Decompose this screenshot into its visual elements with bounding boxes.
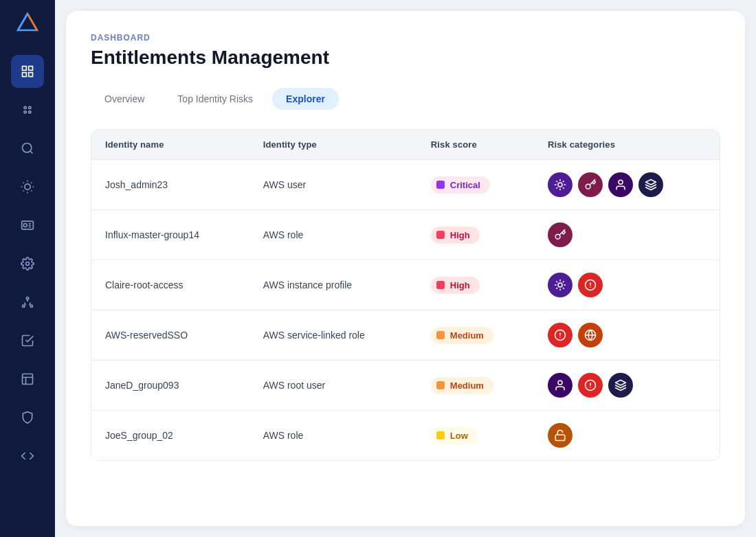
risk-label: High <box>450 280 470 290</box>
identity-name-cell: AWS-reservedSSO <box>91 310 249 361</box>
svg-point-8 <box>23 144 32 152</box>
main-content: DASHBOARD Entitlements Management Overvi… <box>55 0 756 537</box>
sidebar-item-network[interactable] <box>11 286 44 319</box>
sidebar <box>0 0 55 537</box>
key-icon <box>578 172 603 197</box>
sidebar-item-idcard[interactable] <box>11 209 44 242</box>
table-row[interactable]: Claire-root-accessAWS instance profileHi… <box>91 260 720 310</box>
sidebar-item-tasks[interactable] <box>11 324 44 357</box>
risk-badge: Low <box>431 427 478 444</box>
col-risk-categories: Risk categories <box>534 130 720 160</box>
identity-name-cell: Josh_admin23 <box>91 160 249 210</box>
person-icon <box>608 172 633 197</box>
layers-icon <box>638 172 663 197</box>
risk-score-cell: Medium <box>417 361 534 411</box>
svg-point-20 <box>26 262 30 266</box>
logo <box>15 11 40 38</box>
person-icon <box>548 373 572 398</box>
svg-line-12 <box>23 183 24 183</box>
tab-explorer[interactable]: Explorer <box>272 88 339 110</box>
alert-circle-icon <box>578 273 603 297</box>
layers-icon <box>608 373 633 398</box>
svg-point-25 <box>558 183 562 187</box>
svg-rect-0 <box>23 67 27 71</box>
col-identity-name: Identity name <box>91 130 249 160</box>
risk-categories-cell <box>534 411 720 461</box>
identity-type-cell: AWS root user <box>249 361 417 411</box>
tab-top-identity-risks[interactable]: Top Identity Risks <box>164 88 267 110</box>
tabs-container: Overview Top Identity Risks Explorer <box>91 88 720 110</box>
sidebar-item-code[interactable] <box>11 439 44 472</box>
risk-categories-cell <box>534 160 720 210</box>
svg-line-42 <box>563 288 564 288</box>
svg-rect-60 <box>555 435 565 440</box>
svg-point-5 <box>29 106 31 108</box>
risk-badge: High <box>431 277 480 294</box>
alert-circle-icon <box>578 373 603 398</box>
table-row[interactable]: JaneD_group093AWS root userMedium <box>91 361 720 411</box>
risk-categories-cell <box>534 210 720 260</box>
svg-point-22 <box>23 305 25 307</box>
sidebar-item-settings[interactable] <box>11 247 44 280</box>
risk-dot <box>436 181 445 189</box>
svg-line-16 <box>23 190 24 191</box>
svg-line-13 <box>31 190 32 191</box>
svg-marker-59 <box>616 380 626 386</box>
risk-categories-cell <box>534 260 720 310</box>
col-risk-score: Risk score <box>417 130 534 160</box>
risk-score-cell: Medium <box>417 310 534 361</box>
identity-type-cell: AWS role <box>249 210 417 260</box>
risk-dot <box>436 281 445 289</box>
svg-line-41 <box>557 282 557 282</box>
breadcrumb: DASHBOARD <box>91 33 720 43</box>
svg-line-29 <box>563 187 564 188</box>
risk-label: Low <box>450 431 468 441</box>
unlock-icon <box>548 423 572 448</box>
sidebar-item-sun[interactable] <box>11 170 44 203</box>
svg-rect-1 <box>29 67 33 71</box>
sidebar-item-reports[interactable] <box>11 363 44 396</box>
risk-label: Medium <box>450 380 484 391</box>
risk-badge: Critical <box>431 176 490 194</box>
table-row[interactable]: Josh_admin23AWS userCritical <box>91 160 720 210</box>
tab-overview[interactable]: Overview <box>91 88 158 110</box>
risk-dot <box>436 231 445 239</box>
risk-badge: Medium <box>431 327 493 344</box>
sidebar-item-dashboard[interactable] <box>11 55 44 88</box>
identity-type-cell: AWS user <box>249 160 417 210</box>
sidebar-item-grid[interactable] <box>11 93 44 126</box>
svg-line-45 <box>557 288 557 288</box>
identity-type-cell: AWS instance profile <box>249 260 417 310</box>
sidebar-item-search[interactable] <box>11 132 44 165</box>
svg-point-38 <box>558 283 562 287</box>
svg-rect-2 <box>29 73 33 77</box>
table-header-row: Identity name Identity type Risk score R… <box>91 130 720 160</box>
svg-rect-3 <box>23 73 27 77</box>
page-title: Entitlements Management <box>91 47 720 69</box>
svg-point-19 <box>23 224 27 227</box>
risk-score-cell: High <box>417 260 534 310</box>
risk-score-cell: Critical <box>417 160 534 210</box>
svg-point-9 <box>25 184 30 190</box>
identity-name-cell: Influx-master-group14 <box>91 210 249 260</box>
risk-label: Critical <box>450 180 480 190</box>
table-row[interactable]: AWS-reservedSSOAWS service-linked roleMe… <box>91 310 720 361</box>
risk-badge: High <box>431 227 480 244</box>
sidebar-item-shield[interactable] <box>11 401 44 434</box>
svg-point-55 <box>558 380 562 385</box>
svg-line-46 <box>563 282 564 282</box>
risk-score-cell: High <box>417 210 534 260</box>
identity-name-cell: JaneD_group093 <box>91 361 249 411</box>
identity-type-cell: AWS role <box>249 411 417 461</box>
table-row[interactable]: JoeS_group_02AWS roleLow <box>91 411 720 461</box>
sun-icon <box>548 273 572 297</box>
svg-point-35 <box>619 180 623 184</box>
content-area: DASHBOARD Entitlements Management Overvi… <box>66 11 745 526</box>
table-row[interactable]: Influx-master-group14AWS roleHigh <box>91 210 720 260</box>
risk-label: Medium <box>450 330 484 341</box>
key-icon <box>548 222 572 247</box>
risk-dot <box>436 331 445 339</box>
col-identity-type: Identity type <box>249 130 417 160</box>
identity-name-cell: JoeS_group_02 <box>91 411 249 461</box>
svg-line-33 <box>563 181 564 182</box>
